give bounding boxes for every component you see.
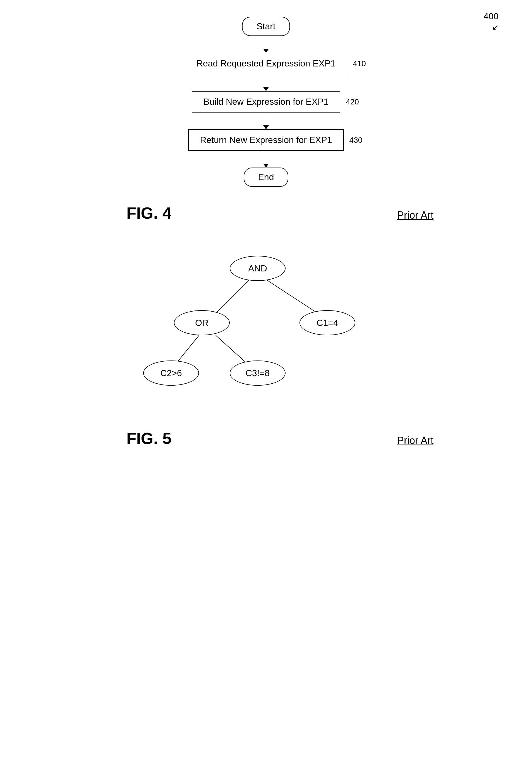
fig4-title: FIG. 4 bbox=[127, 203, 171, 222]
step430-node: Return New Expression for EXP1 bbox=[188, 129, 343, 151]
end-node-wrapper: End bbox=[244, 167, 289, 187]
c2-node: C2>6 bbox=[143, 360, 199, 386]
c1-node: C1=4 bbox=[300, 310, 355, 335]
tree-diagram: AND OR C1=4 C2>6 C3!=8 bbox=[140, 250, 392, 412]
fig5-title: FIG. 5 bbox=[127, 429, 171, 448]
figure-number-400: 400 ↙ bbox=[484, 11, 498, 32]
arrow-410-to-420 bbox=[266, 74, 266, 91]
fig5-prior-art: Prior Art bbox=[397, 435, 433, 446]
step410-node: Read Requested Expression EXP1 bbox=[185, 53, 347, 74]
fig4-label-row: FIG. 4 Prior Art bbox=[43, 203, 489, 222]
fig4-diagram: Start Read Requested Expression EXP1 410… bbox=[185, 17, 347, 187]
label-410: 410 bbox=[353, 59, 366, 68]
step420-node: Build New Expression for EXP1 bbox=[192, 91, 340, 112]
fig5-section: AND OR C1=4 C2>6 C3!=8 FIG. 5 Prior Art bbox=[0, 222, 532, 448]
start-node: Start bbox=[242, 17, 290, 36]
label-430: 430 bbox=[349, 136, 363, 145]
fig5-label-row: FIG. 5 Prior Art bbox=[43, 429, 489, 448]
end-node: End bbox=[244, 167, 289, 187]
arrow-430-to-end bbox=[266, 151, 266, 167]
page: 400 ↙ Start Read Requested Expression EX… bbox=[0, 0, 532, 757]
or-node: OR bbox=[174, 310, 230, 335]
step420-wrapper: Build New Expression for EXP1 420 bbox=[192, 91, 340, 112]
fig4-section: 400 ↙ Start Read Requested Expression EX… bbox=[0, 0, 532, 222]
and-node: AND bbox=[230, 256, 285, 281]
start-node-wrapper: Start bbox=[242, 17, 290, 36]
step410-wrapper: Read Requested Expression EXP1 410 bbox=[185, 53, 347, 74]
arrow-start-to-410 bbox=[266, 36, 266, 53]
arrow-420-to-430 bbox=[266, 112, 266, 129]
c3-node: C3!=8 bbox=[230, 360, 285, 386]
fig4-prior-art: Prior Art bbox=[397, 209, 433, 221]
label-420: 420 bbox=[346, 98, 359, 106]
step430-wrapper: Return New Expression for EXP1 430 bbox=[188, 129, 343, 151]
